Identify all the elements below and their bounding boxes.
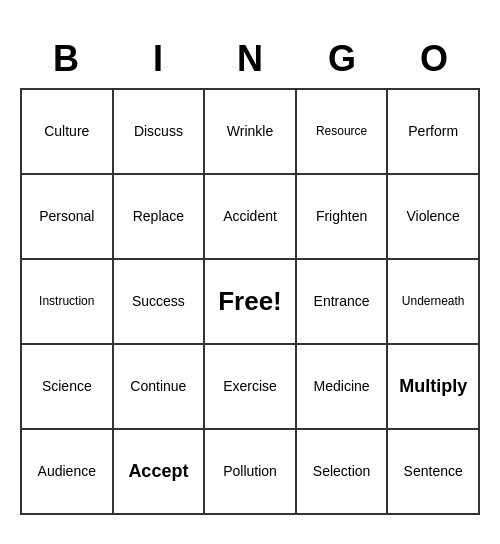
bingo-cell: Underneath xyxy=(388,260,480,345)
bingo-cell: Replace xyxy=(114,175,206,260)
bingo-cell: Perform xyxy=(388,90,480,175)
bingo-cell: Instruction xyxy=(22,260,114,345)
bingo-cell: Resource xyxy=(297,90,389,175)
bingo-cell: Audience xyxy=(22,430,114,515)
bingo-cell: Science xyxy=(22,345,114,430)
bingo-grid: CultureDiscussWrinkleResourcePerformPers… xyxy=(20,88,480,515)
bingo-cell: Multiply xyxy=(388,345,480,430)
bingo-cell: Selection xyxy=(297,430,389,515)
bingo-cell: Frighten xyxy=(297,175,389,260)
header-letter: O xyxy=(388,30,480,88)
bingo-cell: Success xyxy=(114,260,206,345)
header-letter: I xyxy=(112,30,204,88)
bingo-cell: Free! xyxy=(205,260,297,345)
bingo-cell: Accident xyxy=(205,175,297,260)
bingo-cell: Wrinkle xyxy=(205,90,297,175)
bingo-cell: Accept xyxy=(114,430,206,515)
bingo-cell: Entrance xyxy=(297,260,389,345)
bingo-cell: Exercise xyxy=(205,345,297,430)
header-letter: B xyxy=(20,30,112,88)
bingo-cell: Culture xyxy=(22,90,114,175)
bingo-card: BINGO CultureDiscussWrinkleResourcePerfo… xyxy=(20,30,480,515)
header-letter: N xyxy=(204,30,296,88)
bingo-cell: Violence xyxy=(388,175,480,260)
bingo-header: BINGO xyxy=(20,30,480,88)
bingo-cell: Medicine xyxy=(297,345,389,430)
bingo-cell: Personal xyxy=(22,175,114,260)
bingo-cell: Pollution xyxy=(205,430,297,515)
header-letter: G xyxy=(296,30,388,88)
bingo-cell: Sentence xyxy=(388,430,480,515)
bingo-cell: Discuss xyxy=(114,90,206,175)
bingo-cell: Continue xyxy=(114,345,206,430)
